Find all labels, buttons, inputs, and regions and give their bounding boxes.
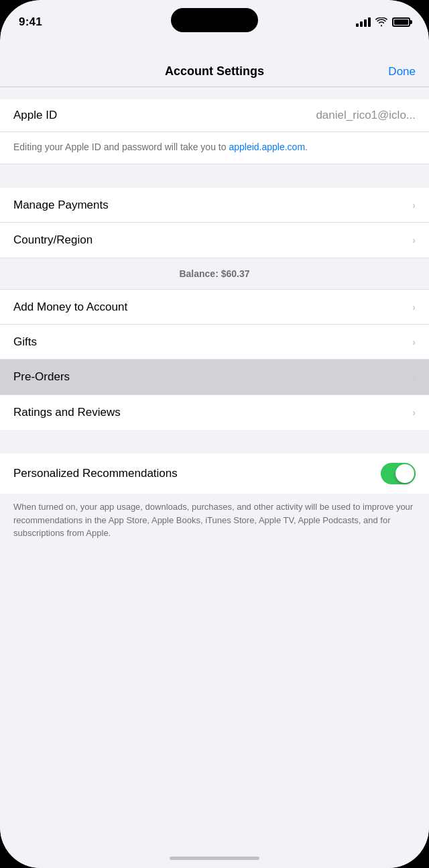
- footer-text: When turned on, your app usage, download…: [13, 500, 416, 540]
- manage-payments-row[interactable]: Manage Payments ›: [0, 188, 429, 223]
- pre-orders-chevron-icon: ›: [412, 372, 416, 382]
- apple-id-info: Editing your Apple ID and password will …: [0, 132, 429, 164]
- personalized-rec-label: Personalized Recommendations: [13, 467, 178, 480]
- country-region-label: Country/Region: [13, 233, 93, 247]
- section-gap-1: [0, 164, 429, 188]
- ratings-label: Ratings and Reviews: [13, 406, 121, 419]
- apple-id-row[interactable]: Apple ID daniel_rico1@iclo...: [0, 99, 429, 132]
- gifts-row[interactable]: Gifts ›: [0, 325, 429, 360]
- payments-section: Manage Payments › Country/Region ›: [0, 188, 429, 258]
- money-section: Add Money to Account › Gifts › Pre-Order…: [0, 290, 429, 394]
- personalized-rec-toggle[interactable]: [381, 463, 416, 484]
- toggle-knob: [395, 464, 414, 483]
- footer-text-row: When turned on, your app usage, download…: [0, 494, 429, 560]
- home-indicator: [170, 857, 259, 860]
- wifi-icon: [375, 17, 387, 27]
- content: Apple ID daniel_rico1@iclo... Editing yo…: [0, 87, 429, 560]
- add-money-row[interactable]: Add Money to Account ›: [0, 290, 429, 325]
- signal-bars-icon: [356, 17, 371, 27]
- done-button[interactable]: Done: [382, 65, 416, 78]
- status-icons: [356, 17, 410, 27]
- apple-id-label: Apple ID: [13, 109, 57, 122]
- dynamic-island: [171, 8, 258, 32]
- recommendations-section: Personalized Recommendations: [0, 453, 429, 494]
- ratings-section: Ratings and Reviews ›: [0, 394, 429, 430]
- gifts-label: Gifts: [13, 335, 37, 349]
- section-gap-top: [0, 87, 429, 99]
- info-text: Editing your Apple ID and password will …: [13, 142, 308, 152]
- sheet-container[interactable]: Account Settings Done Apple ID daniel_ri…: [0, 54, 429, 868]
- phone-frame: 9:41: [0, 0, 429, 868]
- balance-label: Balance: $60.37: [179, 268, 249, 279]
- personalized-rec-row[interactable]: Personalized Recommendations: [0, 453, 429, 494]
- nav-bar: Account Settings Done: [0, 54, 429, 87]
- pre-orders-label: Pre-Orders: [13, 370, 70, 384]
- ratings-chevron-icon: ›: [412, 407, 416, 418]
- apple-id-link[interactable]: appleid.apple.com: [229, 142, 305, 152]
- ratings-row[interactable]: Ratings and Reviews ›: [0, 395, 429, 430]
- add-money-chevron-icon: ›: [412, 302, 416, 313]
- status-time: 9:41: [19, 15, 42, 29]
- country-region-chevron-icon: ›: [412, 235, 416, 246]
- apple-id-section: Apple ID daniel_rico1@iclo... Editing yo…: [0, 99, 429, 164]
- gifts-chevron-icon: ›: [412, 337, 416, 347]
- phone-screen: 9:41: [0, 0, 429, 868]
- section-gap-2: [0, 430, 429, 453]
- apple-id-value: daniel_rico1@iclo...: [316, 109, 416, 122]
- country-region-row[interactable]: Country/Region ›: [0, 223, 429, 258]
- manage-payments-chevron-icon: ›: [412, 200, 416, 211]
- add-money-label: Add Money to Account: [13, 301, 127, 314]
- battery-icon: [392, 17, 410, 27]
- manage-payments-label: Manage Payments: [13, 199, 109, 212]
- balance-row: Balance: $60.37: [0, 258, 429, 290]
- pre-orders-row[interactable]: Pre-Orders ›: [0, 360, 429, 394]
- page-title: Account Settings: [47, 64, 382, 78]
